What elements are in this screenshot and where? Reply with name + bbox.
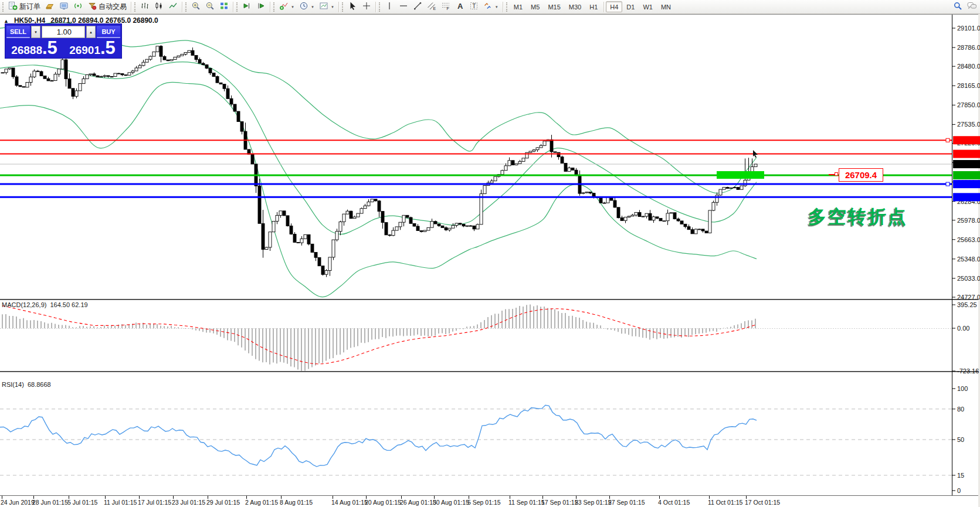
timeframe-h1-button[interactable]: H1 <box>585 1 602 12</box>
svg-text:26 Aug 01:15: 26 Aug 01:15 <box>400 499 436 506</box>
buy-price[interactable]: 26901.5 <box>63 39 121 58</box>
zoom-out-button[interactable] <box>203 1 217 13</box>
svg-text:25348.0: 25348.0 <box>957 256 980 263</box>
svg-text:T: T <box>472 2 476 9</box>
mt4-window: 新订单自动交易▼▼▼EFAT▼M1M5M15M30H1H4D1W1MN 2910… <box>0 0 980 507</box>
volume-input[interactable]: 1.00 <box>42 26 85 38</box>
volume-up-button[interactable]: ▲ <box>86 26 96 38</box>
text-button[interactable]: A <box>453 1 467 13</box>
callout-handle <box>835 172 838 176</box>
toolbar: 新订单自动交易▼▼▼EFAT▼M1M5M15M30H1H4D1W1MN <box>0 0 980 14</box>
gold-bar-icon[interactable] <box>43 1 57 13</box>
new-order-icon <box>8 1 18 13</box>
periods-button[interactable]: ▼ <box>297 1 317 13</box>
zoom-out-icon <box>205 1 215 13</box>
volume-down-button[interactable]: ▼ <box>31 26 40 38</box>
toolbar-separator <box>182 2 182 12</box>
new-order-button[interactable]: 新订单 <box>6 1 43 13</box>
templates-button[interactable]: ▼ <box>317 1 337 13</box>
indicators-button[interactable]: ▼ <box>277 1 297 13</box>
chart-shift-button[interactable] <box>254 1 268 13</box>
toolbar-grip[interactable] <box>273 2 275 12</box>
svg-text:29 Jul 01:15: 29 Jul 01:15 <box>206 499 240 506</box>
timeframe-m15-button[interactable]: M15 <box>544 1 564 12</box>
search-icon[interactable] <box>953 1 962 13</box>
sell-button[interactable]: SELL <box>6 26 30 38</box>
rsi-label: RSI(14)68.8668 <box>2 381 51 388</box>
toolbar-grip[interactable] <box>506 2 508 12</box>
signal-icon[interactable] <box>71 1 85 13</box>
svg-text:27535.0: 27535.0 <box>957 121 980 128</box>
horizontal-line-button[interactable] <box>396 1 411 13</box>
vertical-line-button[interactable] <box>382 1 396 13</box>
toolbar-grip[interactable] <box>2 2 4 12</box>
svg-text:28786.0: 28786.0 <box>957 44 980 51</box>
toolbar-grip[interactable] <box>134 2 136 12</box>
timeframe-h4-button[interactable]: H4 <box>606 1 622 12</box>
text-label-button[interactable]: T <box>467 1 481 13</box>
line-chart-button[interactable] <box>166 1 180 13</box>
autotrading-button[interactable]: 自动交易 <box>85 1 129 13</box>
candlestick-chart-button[interactable] <box>152 1 166 13</box>
svg-text:0.00: 0.00 <box>957 325 969 332</box>
chart-area[interactable]: 29101.028786.028480.028165.027850.027535… <box>0 0 980 507</box>
timeframe-m1-button[interactable]: M1 <box>510 1 527 12</box>
zoom-in-button[interactable] <box>189 1 203 13</box>
line-chart-icon <box>168 1 178 13</box>
crosshair-button[interactable] <box>360 1 374 13</box>
highlight-rectangle[interactable] <box>717 171 764 179</box>
hline-handle[interactable] <box>946 182 950 186</box>
svg-text:11 Oct 01:15: 11 Oct 01:15 <box>708 499 743 506</box>
svg-text:25978.0: 25978.0 <box>957 217 980 224</box>
svg-text:17 Oct 01:15: 17 Oct 01:15 <box>745 499 780 506</box>
svg-text:2 Aug 01:15: 2 Aug 01:15 <box>245 499 278 506</box>
svg-text:20 Aug 01:15: 20 Aug 01:15 <box>365 499 401 506</box>
svg-text:0: 0 <box>957 487 961 494</box>
svg-text:11 Sep 01:15: 11 Sep 01:15 <box>508 499 545 506</box>
auto-scroll-button[interactable] <box>240 1 254 13</box>
svg-text:25033.0: 25033.0 <box>957 275 980 282</box>
timeframe-m5-button[interactable]: M5 <box>527 1 544 12</box>
toolbar-separator <box>233 2 233 12</box>
hline-handle[interactable] <box>946 138 950 142</box>
macd-label: MACD(12,26,9)164.50 62.19 <box>2 301 88 308</box>
bar-chart-button[interactable] <box>138 1 152 13</box>
chat-icon[interactable] <box>967 1 976 13</box>
timeframe-mn-button[interactable]: MN <box>657 1 675 12</box>
cursor-icon <box>348 1 357 13</box>
svg-text:28480.0: 28480.0 <box>957 63 980 70</box>
toolbar-separator <box>131 2 131 12</box>
toolbar-separator <box>603 2 604 12</box>
toolbar-grip[interactable] <box>236 2 238 12</box>
sell-price[interactable]: 26888.5 <box>5 39 63 58</box>
toolbar-grip[interactable] <box>185 2 187 12</box>
svg-text:8 Aug 01:15: 8 Aug 01:15 <box>280 499 313 506</box>
cursor-button[interactable] <box>345 1 360 13</box>
fibonacci-button[interactable]: F <box>439 1 453 13</box>
toolbar-grip[interactable] <box>342 2 344 12</box>
svg-text:50: 50 <box>957 436 964 443</box>
svg-text:A: A <box>457 1 463 10</box>
timeframe-d1-button[interactable]: D1 <box>622 1 639 12</box>
price-callout-box[interactable]: 26709.4 <box>839 168 883 182</box>
market-data-icon[interactable] <box>57 1 71 13</box>
tile-windows-button[interactable] <box>217 1 231 13</box>
text-label-icon: T <box>469 1 479 13</box>
trendline-icon <box>413 1 422 13</box>
equidistant-channel-button[interactable]: E <box>425 1 439 13</box>
svg-text:5 Sep 01:15: 5 Sep 01:15 <box>467 499 501 506</box>
svg-text:25663.0: 25663.0 <box>957 236 980 243</box>
chevron-down-icon: ▼ <box>331 5 334 9</box>
gold-bar-icon-icon <box>45 1 55 13</box>
chevron-down-icon: ▼ <box>495 5 499 9</box>
arrows-button[interactable]: ▼ <box>481 1 501 13</box>
trendline-button[interactable] <box>411 1 425 13</box>
svg-text:23 Sep 01:15: 23 Sep 01:15 <box>575 499 612 506</box>
periods-icon <box>299 1 308 13</box>
toolbar-grip[interactable] <box>379 2 381 12</box>
timeframe-w1-button[interactable]: W1 <box>639 1 657 12</box>
toolbar-separator <box>375 2 376 12</box>
timeframe-m30-button[interactable]: M30 <box>565 1 585 12</box>
buy-button[interactable]: BUY <box>97 26 120 38</box>
svg-text:28 Jun 01:15: 28 Jun 01:15 <box>32 499 68 506</box>
